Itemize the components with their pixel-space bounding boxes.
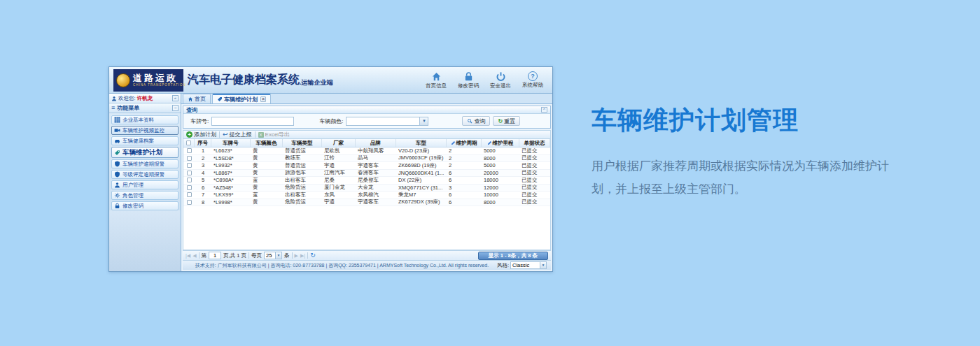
hero-section: 车辆维护计划管理 用户根据厂家推荐周期或根据实际情况为车辆添加维护计划，并上报至…: [592, 103, 927, 201]
style-select[interactable]: Classic ▼: [510, 261, 547, 269]
last-page-icon[interactable]: ▶|: [300, 253, 305, 258]
col-header-model[interactable]: 车型: [396, 139, 447, 147]
sidebar-item-label: 车辆维护逾期报警: [122, 161, 164, 168]
table-row[interactable]: 1*L6623*黄普通货运尼欧凯中航翔凤客V20-D (23座)25000已提交: [183, 147, 550, 155]
plate-number-input[interactable]: [211, 117, 294, 126]
row-checkbox[interactable]: [183, 192, 195, 199]
row-checkbox[interactable]: [183, 162, 195, 169]
refresh-icon[interactable]: ↻: [310, 252, 316, 259]
sidebar-item-label: 用户管理: [122, 182, 144, 189]
cell-vtype: 旅游包车: [283, 170, 322, 177]
per-page-suffix-label: 条: [284, 252, 290, 259]
col-header-vtype[interactable]: 车辆类型: [283, 139, 322, 147]
page-title: 车辆维护计划管理: [592, 103, 927, 138]
query-form: 车牌号: 车辆颜色: ▼ 查询: [183, 114, 550, 128]
col-header-plate[interactable]: 车牌号: [211, 139, 251, 147]
tab-home[interactable]: 首页: [183, 94, 211, 103]
col-header-cycle[interactable]: 维护周期: [447, 139, 482, 147]
prev-page-icon[interactable]: ◀: [192, 253, 196, 258]
tab-maintenance-plan-label: 车辆维护计划: [224, 96, 258, 103]
grid-toolbar: + 添加计划 ↩ 提交上报 X Excel导出: [183, 130, 551, 139]
col-header-maker[interactable]: 厂家: [322, 139, 356, 147]
col-header-mileage[interactable]: 维护里程: [482, 139, 519, 147]
vehicle-color-select[interactable]: ▼: [346, 117, 428, 126]
submit-report-label: 提交上报: [230, 131, 252, 138]
sidebar-collapse-button[interactable]: «: [172, 95, 178, 101]
row-checkbox[interactable]: [183, 170, 195, 177]
app-subtitle: .运输企业端: [300, 79, 333, 86]
logout-label: 安全退出: [490, 82, 511, 89]
sidebar-item-label: 企业基本资料: [122, 117, 154, 124]
row-checkbox[interactable]: [183, 199, 195, 206]
help-button[interactable]: ? 系统帮助: [520, 71, 545, 89]
sidebar-item-video-monitor[interactable]: 车辆维护视频监控: [111, 126, 178, 135]
cell-maker: 厦门金龙: [322, 185, 356, 192]
select-all-checkbox[interactable]: [183, 139, 195, 147]
table-row[interactable]: 6*AZ548*黄危险货运厦门金龙大金龙XMQ6771CY (31...3120…: [183, 185, 550, 192]
row-checkbox[interactable]: [183, 177, 195, 184]
table-row[interactable]: 2*L5SD8*黄教练车江铃晶马JMV6603CF (19座)28000已提交: [183, 155, 550, 163]
sidebar-item-maintenance-overdue-alarm[interactable]: 车辆维护逾期报警: [111, 159, 178, 168]
sidebar-item-user-management[interactable]: 用户管理: [111, 180, 178, 189]
table-row[interactable]: 8*L9998*黄危险货运宇通宇通客车ZK6729DX (39座)68000已提…: [183, 199, 550, 207]
sidebar-item-rating-overdue-alarm[interactable]: 等级评定逾期报警: [111, 170, 178, 179]
first-page-icon[interactable]: |◀: [186, 253, 190, 258]
add-plan-button[interactable]: + 添加计划: [186, 131, 216, 138]
cell-status: 已提交: [519, 147, 550, 154]
cell-color: 蓝: [251, 177, 283, 184]
logout-button[interactable]: 安全退出: [488, 71, 513, 89]
sidebar-filler: [109, 210, 181, 271]
home-icon: [431, 71, 442, 82]
menu-list: 企业基本资料 车辆维护视频监控 车辆健康档案 车辆维护计划: [109, 113, 181, 210]
change-password-button[interactable]: 修改密码: [456, 71, 481, 89]
row-checkbox[interactable]: [183, 185, 195, 192]
home-info-button[interactable]: 首页信息: [424, 71, 449, 89]
chevron-down-icon: ▼: [419, 117, 428, 125]
home-info-label: 首页信息: [426, 82, 447, 89]
cell-idx: 2: [195, 155, 211, 162]
table-row[interactable]: 5*C898A*蓝出租客车尼桑尼桑整车DX (22座)618000已提交: [183, 177, 550, 185]
cell-brand: 春洲客车: [356, 170, 396, 177]
cell-color: 黄: [251, 185, 283, 192]
cell-idx: 1: [195, 147, 211, 154]
cell-mileage: 12000: [482, 185, 519, 192]
welcome-username: 许帆龙: [137, 95, 153, 101]
sidebar-item-company-info[interactable]: 企业基本资料: [111, 115, 178, 124]
search-button[interactable]: 查询: [462, 116, 490, 126]
cell-brand: 东风柳汽: [356, 192, 396, 199]
col-header-brand[interactable]: 品牌: [356, 139, 396, 147]
page-number-input[interactable]: [209, 252, 221, 259]
menu-minimize-button[interactable]: −: [172, 105, 178, 111]
table-row[interactable]: 7*LKX99*蓝出租客车东风东风柳汽乘龙M7610000已提交: [183, 192, 550, 199]
excel-export-button[interactable]: X Excel导出: [258, 131, 290, 138]
per-page-select[interactable]: 25 ▼: [264, 252, 282, 259]
cell-idx: 3: [195, 162, 211, 169]
sidebar-item-health-records[interactable]: 车辆健康档案: [111, 136, 178, 145]
sidebar-item-maintenance-plan[interactable]: 车辆维护计划: [111, 147, 178, 158]
table-body: 1*L6623*黄普通货运尼欧凯中航翔凤客V20-D (23座)25000已提交…: [183, 147, 550, 206]
row-checkbox[interactable]: [183, 155, 195, 162]
submit-report-button[interactable]: ↩ 提交上报: [223, 131, 252, 138]
change-password-label: 修改密码: [458, 82, 479, 89]
panel-collapse-icon[interactable]: ^: [541, 107, 547, 113]
cell-vtype: 危险货运: [283, 199, 322, 206]
cell-color: 黄: [251, 170, 283, 177]
reset-button[interactable]: ↻ 重置: [493, 116, 520, 126]
page-prefix-label: 第: [202, 252, 207, 259]
col-header-status[interactable]: 单据状态: [519, 139, 550, 147]
tab-close-icon[interactable]: ×: [260, 96, 266, 102]
col-header-color[interactable]: 车辆颜色: [251, 139, 283, 147]
tab-maintenance-plan[interactable]: 车辆维护计划 ×: [212, 94, 271, 103]
next-page-icon[interactable]: ▶: [295, 253, 298, 258]
table-row[interactable]: 3*L9932*黄普通货运宇通宇通客车ZK6698D (19座)25000已提交: [183, 162, 550, 170]
sidebar-item-role-management[interactable]: 角色管理: [111, 191, 178, 200]
cell-model: XMQ6771CY (31...: [396, 185, 447, 192]
table-row[interactable]: 4*L8867*黄旅游包车江南汽车春洲客车JNQ6600DK41 (1...62…: [183, 170, 550, 178]
row-checkbox[interactable]: [183, 147, 195, 154]
col-header-idx[interactable]: 序号: [195, 139, 211, 147]
sidebar-item-change-password[interactable]: 修改密码: [111, 201, 178, 210]
toolbar-separator: [219, 131, 220, 138]
submit-arrow-icon: ↩: [223, 131, 228, 138]
cell-mileage: 8000: [482, 155, 519, 162]
cell-brand: 中航翔凤客: [356, 147, 396, 154]
